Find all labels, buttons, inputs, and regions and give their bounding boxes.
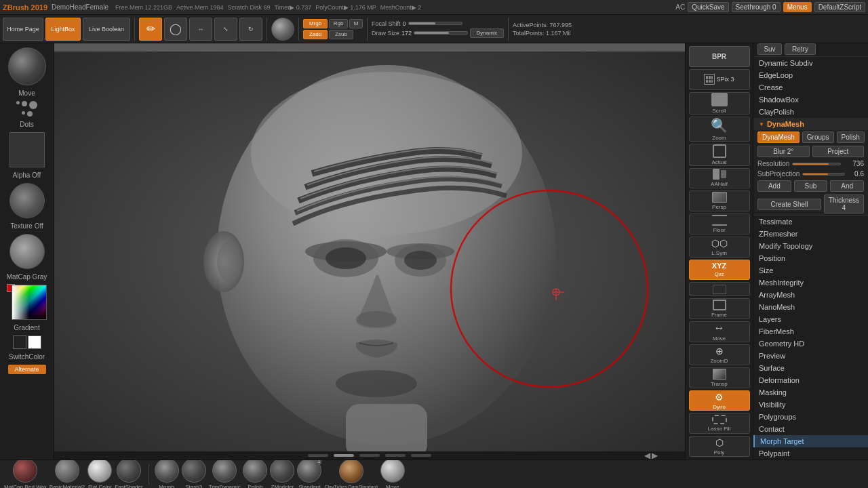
dynamic-btn[interactable]: Dynamic bbox=[470, 28, 504, 38]
project-btn[interactable]: Project bbox=[812, 146, 865, 157]
edgeloop-item[interactable]: EdgeLoop bbox=[753, 69, 868, 81]
preview-item[interactable]: Preview bbox=[753, 350, 868, 362]
shadowbox-item[interactable]: ShadowBox bbox=[753, 94, 868, 106]
live-boolean-btn[interactable]: Live Boolean bbox=[83, 18, 130, 41]
bottom-brush-stash3[interactable]: Stash3 bbox=[182, 460, 206, 488]
actual-btn[interactable]: Actual bbox=[689, 144, 750, 166]
bottom-brush-standard[interactable]: 1 Standard bbox=[297, 460, 321, 488]
mrgb-btn[interactable]: Mrgb bbox=[303, 19, 328, 28]
thickness-btn[interactable]: Thickness 4 bbox=[824, 195, 864, 214]
bottom-brush-basic-material[interactable]: BasicMaterial2 bbox=[50, 460, 85, 488]
zremesher-item[interactable]: ZRemesher bbox=[753, 228, 868, 240]
lightbox-btn[interactable]: LightBox bbox=[45, 18, 81, 41]
polish-btn[interactable]: Polish bbox=[837, 131, 865, 143]
lassofill-btn[interactable]: Lasso Fill bbox=[689, 413, 750, 434]
dynamic-subdiv-item[interactable]: Dynamic Subdiv bbox=[753, 57, 868, 69]
and-btn[interactable]: And bbox=[830, 180, 864, 192]
default-zscript-btn[interactable]: DefaultZScript bbox=[814, 2, 865, 12]
resolution-slider[interactable] bbox=[792, 163, 841, 165]
groups-btn[interactable]: Groups bbox=[802, 131, 834, 143]
bpr-btn[interactable]: BPR bbox=[689, 46, 750, 67]
morph-target-item[interactable]: Morph Target bbox=[753, 435, 868, 447]
subprojection-slider[interactable] bbox=[802, 173, 845, 176]
polypaint-item[interactable]: Polypaint bbox=[753, 447, 868, 460]
spix-btn[interactable]: SPix 3 bbox=[689, 69, 750, 90]
zoom-btn[interactable]: 🔍 Zoom bbox=[689, 117, 750, 142]
bottom-brush-morph[interactable]: Morph bbox=[155, 460, 179, 488]
masking-item[interactable]: Masking bbox=[753, 386, 868, 399]
fibermesh-item[interactable]: FiberMesh bbox=[753, 325, 868, 338]
bottom-brush-polish[interactable]: Polish bbox=[243, 460, 267, 488]
color-swatch-dark[interactable] bbox=[13, 336, 26, 349]
layers-item[interactable]: Layers bbox=[753, 313, 868, 325]
texture-preview[interactable] bbox=[9, 183, 45, 218]
zsub-btn[interactable]: Zsub bbox=[329, 30, 353, 39]
sub-btn[interactable]: Sub bbox=[794, 180, 828, 192]
m-btn[interactable]: M bbox=[349, 19, 363, 28]
geometry-hd-item[interactable]: Geometry HD bbox=[753, 338, 868, 350]
empty-btn[interactable] bbox=[689, 282, 750, 296]
rotate-icon-btn[interactable]: ↻ bbox=[239, 18, 262, 41]
draw-size-slider[interactable] bbox=[414, 31, 468, 35]
bottom-brush-move[interactable]: Move bbox=[380, 460, 405, 488]
add-btn[interactable]: Add bbox=[757, 180, 791, 192]
main-canvas[interactable] bbox=[54, 43, 685, 460]
bottom-brush-claytubes[interactable]: ClayTubes DamStandard bbox=[324, 460, 377, 488]
alpha-preview[interactable] bbox=[9, 132, 45, 167]
arraymesh-item[interactable]: ArrayMesh bbox=[753, 289, 868, 301]
blur-btn[interactable]: Blur 2° bbox=[757, 146, 810, 157]
persp-btn[interactable]: Persp bbox=[689, 190, 750, 211]
transp-btn[interactable]: Transp bbox=[689, 367, 750, 388]
crease-item[interactable]: Crease bbox=[753, 81, 868, 94]
move-icon-btn[interactable]: ↔ bbox=[189, 18, 212, 41]
scroll-btn[interactable]: Scroll bbox=[689, 92, 750, 115]
see-through-btn[interactable]: Seethrough 0 bbox=[732, 2, 781, 12]
material-preview[interactable] bbox=[271, 18, 294, 41]
visibility-item[interactable]: Visibility bbox=[753, 399, 868, 411]
alternate-btn[interactable]: Alternate bbox=[8, 365, 46, 374]
dynamesh-header[interactable]: DynaMesh bbox=[753, 118, 868, 130]
rgb-btn[interactable]: Rgb bbox=[329, 19, 348, 28]
move-btn-icon[interactable]: ↔ Move bbox=[689, 321, 750, 342]
meshintegrity-item[interactable]: MeshIntegrity bbox=[753, 277, 868, 289]
bottom-brush-zmodeler[interactable]: ZModeler bbox=[270, 460, 294, 488]
deformation-item[interactable]: Deformation bbox=[753, 374, 868, 386]
create-shell-btn[interactable]: Create Shell bbox=[757, 199, 821, 210]
tessimate-item[interactable]: Tessimate bbox=[753, 216, 868, 228]
surface-item[interactable]: Surface bbox=[753, 362, 868, 374]
morph-arrows[interactable]: ◀▶ bbox=[644, 451, 658, 460]
position-item[interactable]: Position bbox=[753, 252, 868, 264]
bottom-brush-flat-color[interactable]: Flat Color bbox=[87, 460, 112, 488]
menus-btn[interactable]: Menus bbox=[783, 2, 812, 12]
erase-mode-btn[interactable]: ◯ bbox=[164, 18, 187, 41]
size-item[interactable]: Size bbox=[753, 264, 868, 277]
scale-icon-btn[interactable]: ⤡ bbox=[214, 18, 237, 41]
brush-preview[interactable] bbox=[8, 47, 46, 85]
contact-item[interactable]: Contact bbox=[753, 423, 868, 435]
bottom-brush-red-wax[interactable]: MatCap Red Wax bbox=[4, 460, 47, 488]
floor-btn[interactable]: Floor bbox=[689, 214, 750, 235]
qvz-btn[interactable]: XYZ Qvz bbox=[689, 260, 750, 281]
draw-mode-btn[interactable]: ✏ bbox=[139, 18, 162, 41]
zadd-btn[interactable]: Zadd bbox=[303, 30, 328, 39]
poly-btn[interactable]: ⬡ Poly bbox=[689, 436, 750, 457]
brush-dots-container[interactable] bbox=[16, 101, 37, 117]
bottom-brush-fast-shader[interactable]: FastShader bbox=[115, 460, 142, 488]
retry-btn[interactable]: Retry bbox=[785, 43, 816, 55]
frame-btn[interactable]: Frame bbox=[689, 298, 750, 319]
focal-shift-slider[interactable] bbox=[408, 22, 462, 25]
polygroups-item[interactable]: Polygroups bbox=[753, 411, 868, 423]
dynamesh-btn[interactable]: DynaMesh bbox=[757, 131, 800, 143]
home-page-btn[interactable]: Home Page bbox=[3, 18, 43, 41]
zoomd-btn[interactable]: ⊕ ZoomD bbox=[689, 344, 750, 365]
suv-btn[interactable]: Suv bbox=[757, 43, 782, 55]
quicksave-btn[interactable]: QuickSave bbox=[688, 2, 728, 12]
modify-topology-item[interactable]: Modify Topology bbox=[753, 240, 868, 252]
lsym-btn[interactable]: ⬡⬡ L.Sym bbox=[689, 237, 750, 258]
aahalf-btn[interactable]: AAHalf bbox=[689, 168, 750, 189]
claypolish-item[interactable]: ClayPolish bbox=[753, 106, 868, 118]
bottom-brush-trim-dynamic[interactable]: TrimDynamic bbox=[209, 460, 241, 488]
color-picker[interactable] bbox=[12, 285, 47, 320]
nanomesh-item[interactable]: NanoMesh bbox=[753, 301, 868, 313]
dyno-btn[interactable]: ⚙ Dyno bbox=[689, 390, 750, 411]
